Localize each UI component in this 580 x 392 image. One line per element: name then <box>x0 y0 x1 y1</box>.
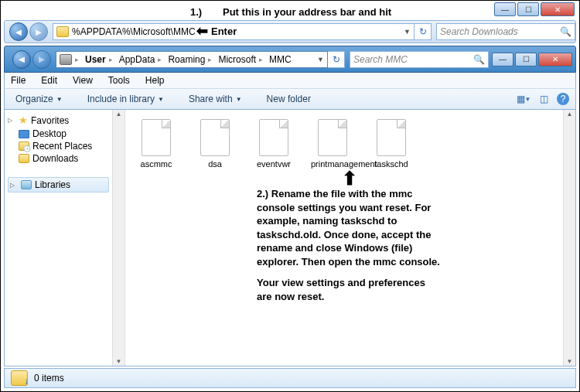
menu-edit[interactable]: Edit <box>38 73 60 87</box>
address-bar-1-value: %APPDATA%\Microsoft\MMC <box>72 26 196 37</box>
sidebar-recent[interactable]: Recent Places <box>6 140 123 152</box>
annotation-step2: 2.) Rename the file with the mmc console… <box>257 187 442 303</box>
file-item[interactable]: eventvwr <box>252 119 295 169</box>
crumb-microsoft[interactable]: Microsoft▸ <box>215 52 266 67</box>
sidebar-desktop[interactable]: Desktop <box>6 128 123 140</box>
expand-icon-2[interactable]: ▷ <box>10 182 18 189</box>
breadcrumb-bar[interactable]: ▸ User▸ AppData▸ Roaming▸ Microsoft▸ MMC… <box>56 51 328 68</box>
desktop-icon <box>19 130 29 138</box>
crumb-user[interactable]: User▸ <box>82 52 116 67</box>
menu-view[interactable]: View <box>70 73 96 87</box>
file-item[interactable]: dsa <box>193 119 237 169</box>
star-icon: ★ <box>19 114 28 126</box>
forward-button-2[interactable]: ► <box>32 50 51 69</box>
menu-file[interactable]: File <box>8 73 29 87</box>
view-options-button[interactable]: ▦ ▼ <box>517 93 531 105</box>
file-item[interactable]: taskschd <box>370 119 413 169</box>
forward-button[interactable]: ► <box>29 22 48 41</box>
recent-icon <box>19 141 29 151</box>
close-button[interactable]: ✕ <box>541 2 575 16</box>
file-icon <box>200 119 230 156</box>
minimize-button[interactable]: — <box>494 2 516 16</box>
maximize-button-2[interactable]: ☐ <box>515 53 537 66</box>
annotation-step1-text: Put this in your address bar and hit <box>223 6 391 18</box>
address-dropdown-icon[interactable]: ▼ <box>404 28 411 36</box>
maximize-button[interactable]: ☐ <box>517 2 539 16</box>
file-list-pane[interactable]: ascmmc dsa eventvwr printmanagement task… <box>125 110 575 366</box>
content-scrollbar[interactable] <box>563 110 575 366</box>
libraries-icon <box>21 180 32 189</box>
favorites-header[interactable]: ▷ ★ Favorites <box>6 113 123 128</box>
search-2-placeholder: Search MMC <box>353 54 408 65</box>
menu-help[interactable]: Help <box>142 73 168 87</box>
item-count: 0 items <box>34 373 64 383</box>
folder-status-icon <box>11 370 28 386</box>
folder-icon <box>56 26 69 37</box>
file-icon <box>142 119 171 156</box>
address-bar-1[interactable]: %APPDATA%\Microsoft\MMC ▼ <box>53 23 415 40</box>
window-chrome-2: ◄ ► ▸ User▸ AppData▸ Roaming▸ Microsoft▸… <box>4 46 576 73</box>
breadcrumb-dropdown-icon[interactable]: ▼ <box>314 56 327 63</box>
status-bar: 0 items <box>4 368 576 388</box>
minimize-button-2[interactable]: — <box>492 53 513 66</box>
include-in-library-button[interactable]: Include in library▼ <box>83 91 169 107</box>
menu-tools[interactable]: Tools <box>105 73 133 87</box>
new-folder-button[interactable]: New folder <box>262 91 316 107</box>
organize-button[interactable]: Organize▼ <box>11 91 67 107</box>
file-icon <box>318 119 347 156</box>
arrow-up-icon: ⬆ <box>342 168 357 189</box>
annotation-step1-num: 1.) <box>190 6 202 18</box>
search-box-2[interactable]: Search MMC 🔍 <box>350 51 489 68</box>
search-icon-2: 🔍 <box>473 54 485 65</box>
search-box-1[interactable]: Search Downloads 🔍 <box>436 23 575 40</box>
sidebar-scrollbar[interactable] <box>112 110 125 366</box>
search-icon: 🔍 <box>560 26 571 37</box>
file-item[interactable]: printmanagement <box>311 119 354 169</box>
expand-icon[interactable]: ▷ <box>8 117 15 124</box>
nav-bar-1: ◄ ► %APPDATA%\Microsoft\MMC ▼ ↻ Search D… <box>4 20 576 43</box>
menu-bar: File Edit View Tools Help <box>4 73 576 88</box>
libraries-header[interactable]: ▷ Libraries <box>8 177 109 193</box>
refresh-button-1[interactable]: ↻ <box>415 23 432 40</box>
back-button[interactable]: ◄ <box>9 22 28 41</box>
crumb-mmc[interactable]: MMC <box>266 52 295 67</box>
close-button-2[interactable]: ✕ <box>538 53 572 66</box>
file-icon <box>377 119 406 156</box>
crumb-appdata[interactable]: AppData▸ <box>116 52 165 67</box>
downloads-icon <box>19 154 29 163</box>
command-bar: Organize▼ Include in library▼ Share with… <box>4 88 576 110</box>
refresh-button-2[interactable]: ↻ <box>328 51 345 68</box>
preview-pane-button[interactable]: ◫ <box>537 93 551 105</box>
file-icon <box>259 119 288 156</box>
annotation-step1: 1.) Put this in your address bar and hit <box>1 3 579 20</box>
file-item[interactable]: ascmmc <box>135 119 178 169</box>
search-1-placeholder: Search Downloads <box>440 26 518 37</box>
crumb-computer[interactable]: ▸ <box>56 52 82 67</box>
navigation-pane: ▷ ★ Favorites Desktop Recent Places Down… <box>5 110 125 366</box>
help-button[interactable]: ? <box>557 93 569 105</box>
share-with-button[interactable]: Share with▼ <box>184 91 247 107</box>
drive-icon <box>60 54 72 65</box>
back-button-2[interactable]: ◄ <box>12 50 31 69</box>
crumb-roaming[interactable]: Roaming▸ <box>165 52 215 67</box>
sidebar-downloads[interactable]: Downloads <box>6 152 123 165</box>
window-controls-top: — ☐ ✕ <box>494 2 575 16</box>
main-area: ▷ ★ Favorites Desktop Recent Places Down… <box>4 110 576 366</box>
